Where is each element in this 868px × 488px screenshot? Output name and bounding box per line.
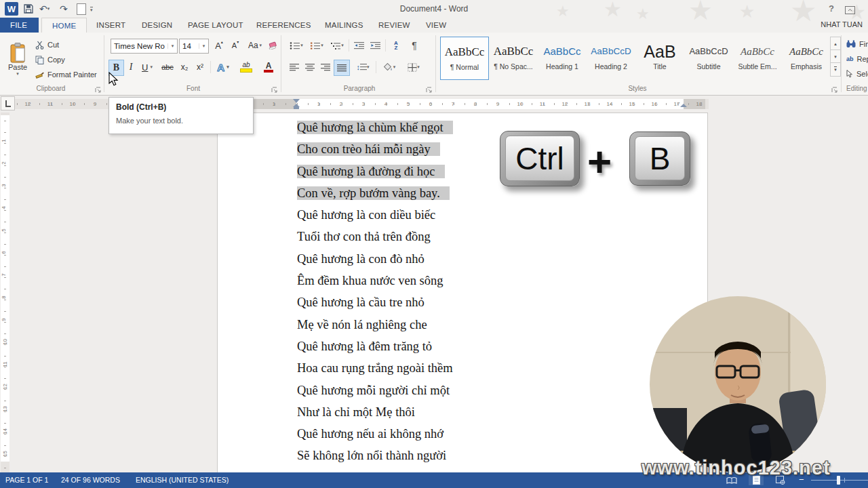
style-subtle-emphasis[interactable]: AaBbCc Subtle Em... — [734, 37, 781, 79]
tab-page-layout[interactable]: PAGE LAYOUT — [178, 18, 254, 33]
dropdown-arrow-icon[interactable]: ▾ — [167, 43, 177, 49]
align-center-button[interactable] — [302, 60, 317, 75]
dropdown-arrow-icon[interactable]: ▾ — [226, 64, 229, 70]
page-indicator[interactable]: PAGE 1 OF 1 — [5, 476, 48, 484]
ribbon-display-options-button[interactable] — [845, 5, 855, 17]
doc-line[interactable]: Quê hương là con diều biếc — [297, 204, 677, 226]
dropdown-arrow-icon[interactable]: ▾ — [150, 64, 153, 70]
text-highlight-button[interactable]: ab — [235, 60, 257, 75]
justify-button[interactable] — [334, 60, 350, 76]
doc-line-selected[interactable]: Cho con trèo hái mỗi ngày — [297, 138, 677, 160]
dropdown-arrow-icon[interactable]: ▾ — [300, 43, 303, 48]
format-painter-button[interactable]: Format Painter — [35, 68, 97, 81]
grow-font-button[interactable]: A▴ — [212, 38, 226, 53]
doc-line[interactable]: Quê hương là đêm trăng tỏ — [297, 336, 677, 357]
multilevel-list-button[interactable]: ▾ — [328, 38, 347, 53]
increase-indent-button[interactable] — [368, 38, 382, 53]
zoom-slider-handle[interactable] — [837, 476, 840, 485]
numbering-button[interactable]: ▾ — [307, 38, 326, 53]
styles-dialog-launcher[interactable] — [831, 84, 839, 92]
doc-line[interactable]: Mẹ về nón lá nghiêng che — [297, 314, 677, 336]
doc-line[interactable]: Quê hương là cầu tre nhỏ — [297, 291, 677, 313]
line-spacing-button[interactable]: ↕ ▾ — [353, 60, 373, 75]
style-no-spacing[interactable]: AaBbCc ¶ No Spac... — [490, 37, 537, 79]
shading-button[interactable]: ▾ — [378, 60, 400, 75]
paste-button[interactable]: Paste ▾ — [3, 37, 32, 83]
dropdown-arrow-icon[interactable]: ▾ — [341, 43, 344, 48]
superscript-button[interactable]: x² — [193, 60, 208, 75]
doc-line[interactable]: Hoa cau rụng trắng ngoài thềm — [297, 357, 677, 379]
doc-line[interactable]: Sẽ không lớn nổi thành người — [297, 445, 677, 466]
cut-button[interactable]: Cut — [35, 38, 59, 52]
borders-button[interactable]: ▾ — [403, 60, 425, 75]
doc-line-selected[interactable]: Quê hương là chùm khế ngọt — [297, 117, 677, 138]
tab-insert[interactable]: INSERT — [86, 18, 136, 33]
style-emphasis[interactable]: AaBbCc Emphasis — [783, 37, 830, 79]
styles-scroll-down-button[interactable]: ▾ — [830, 49, 841, 64]
tab-references[interactable]: REFERENCES — [246, 18, 321, 33]
italic-button[interactable]: I — [125, 60, 137, 75]
align-right-button[interactable] — [318, 60, 333, 75]
first-line-indent-marker[interactable] — [293, 99, 300, 103]
sort-button[interactable]: A Z — [388, 38, 404, 53]
text-effects-button[interactable]: A ▾ — [213, 60, 233, 75]
tab-view[interactable]: VIEW — [416, 18, 456, 33]
doc-line[interactable]: Như là chỉ một Mẹ thôi — [297, 401, 677, 423]
doc-line[interactable]: Quê hương là con đò nhỏ — [297, 248, 677, 270]
dropdown-arrow-icon[interactable]: ▾ — [199, 43, 208, 49]
dropdown-arrow-icon[interactable]: ▾ — [417, 64, 420, 70]
clear-formatting-button[interactable] — [267, 38, 280, 53]
dropdown-arrow-icon[interactable]: ▾ — [367, 64, 370, 70]
signed-in-user[interactable]: NHAT TUAN — [821, 20, 863, 28]
tab-review[interactable]: REVIEW — [368, 18, 420, 33]
font-color-button[interactable]: A — [258, 60, 279, 75]
tab-home[interactable]: HOME — [41, 18, 87, 33]
font-dialog-launcher[interactable] — [271, 84, 279, 92]
style-heading2[interactable]: AaBbCcD Heading 2 — [587, 37, 635, 79]
doc-line[interactable]: Quê hương nếu ai không nhớ — [297, 423, 677, 445]
strikethrough-button[interactable]: abc — [159, 60, 176, 75]
doc-line[interactable]: Quê hương mỗi người chỉ một — [297, 380, 677, 401]
tab-stop-selector[interactable] — [1, 96, 15, 110]
style-title[interactable]: AaB Title — [636, 37, 684, 79]
find-button[interactable]: Find — [846, 37, 868, 51]
vertical-ruler[interactable]: 123456789101112131415 — [1, 113, 9, 472]
left-indent-marker[interactable] — [294, 107, 299, 109]
style-subtitle[interactable]: AaBbCcD Subtitle — [685, 37, 732, 79]
underline-button[interactable]: U ▾ — [138, 60, 157, 75]
help-button[interactable]: ? — [829, 3, 834, 14]
doc-line-selected[interactable]: Quê hương là đường đi học — [297, 161, 677, 182]
right-indent-marker[interactable] — [680, 104, 687, 107]
change-case-button[interactable]: Aa▾ — [245, 38, 264, 53]
tab-file[interactable]: FILE — [0, 18, 39, 33]
word-count[interactable]: 24 OF 96 WORDS — [61, 476, 120, 484]
tab-design[interactable]: DESIGN — [132, 18, 182, 33]
copy-button[interactable]: Copy — [35, 53, 65, 66]
clipboard-dialog-launcher[interactable] — [95, 84, 102, 92]
paragraph-dialog-launcher[interactable] — [426, 84, 433, 92]
doc-line-selected[interactable]: Con về, rợp bướm vàng bay. — [297, 182, 677, 204]
subscript-button[interactable]: x₂ — [177, 60, 192, 75]
styles-more-button[interactable]: ▾ — [830, 62, 841, 77]
replace-button[interactable]: ab Replace — [846, 52, 868, 66]
select-button[interactable]: Select — [846, 67, 868, 81]
style-normal[interactable]: AaBbCc ¶ Normal — [440, 37, 489, 80]
decrease-indent-button[interactable] — [351, 38, 366, 53]
font-family-combobox[interactable]: Times New Ro ▾ — [111, 39, 178, 54]
bullets-button[interactable]: ▾ — [287, 38, 306, 53]
style-heading1[interactable]: AaBbCc Heading 1 — [538, 37, 586, 79]
doc-line[interactable]: Êm đềm khua nước ven sông — [297, 270, 677, 291]
align-left-button[interactable] — [287, 60, 302, 75]
doc-line[interactable]: Tuổi thơ con thả trên đồng — [297, 226, 677, 247]
font-size-combobox[interactable]: 14 ▾ — [179, 39, 209, 54]
show-hide-marks-button[interactable]: ¶ — [407, 38, 422, 53]
ruler-number: 14 — [607, 101, 613, 107]
hanging-indent-marker[interactable] — [293, 104, 300, 107]
styles-scroll-up-button[interactable]: ▴ — [830, 37, 841, 51]
dropdown-arrow-icon[interactable]: ▾ — [393, 64, 396, 70]
tab-mailings[interactable]: MAILINGS — [315, 18, 374, 33]
dropdown-arrow-icon[interactable]: ▾ — [321, 43, 323, 48]
language-indicator[interactable]: ENGLISH (UNITED STATES) — [136, 476, 229, 484]
text-effects-icon: A — [217, 62, 224, 73]
shrink-font-button[interactable]: A▾ — [228, 38, 243, 53]
